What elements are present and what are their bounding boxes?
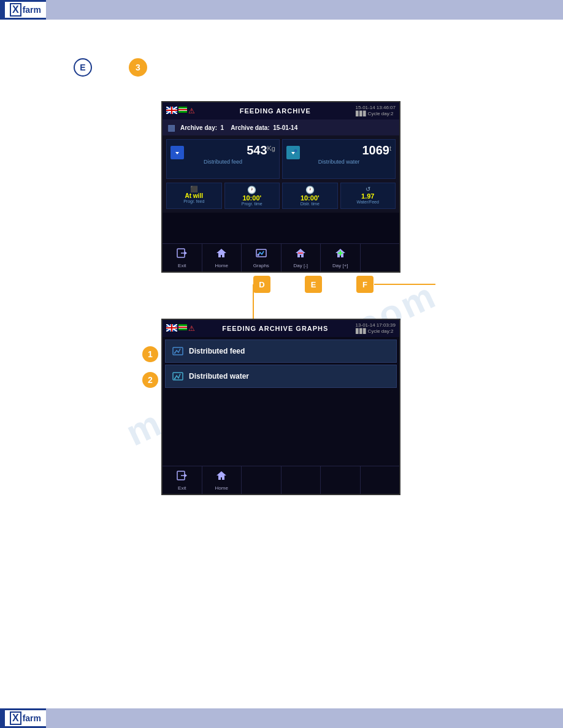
signal-icon: ▊▊▊ [356,111,367,117]
home-icon [215,247,228,262]
screen2-home-button[interactable]: Home [202,466,242,494]
graph-empty-area [163,392,399,466]
f-connector-svg [362,276,484,325]
screen2-datetime: 13-01-14 17:03:39 ▊▊▊ Cycle day:2 [356,322,396,335]
home-button[interactable]: Home [202,244,242,271]
bottom-bar: X farm [0,708,563,728]
screen2-empty-1 [242,466,282,494]
day-plus-button[interactable]: Day [+] [321,244,361,271]
day-plus-label: Day [+] [332,263,348,268]
screen2-home-label: Home [215,485,228,491]
annotation-d: D [253,276,270,293]
graph-item-distributed-water[interactable]: Distributed water [165,365,397,388]
screen2-exit-icon [176,469,188,484]
screen2-title: FEEDING ARCHIVE GRAPHS [195,325,356,332]
svg-rect-6 [166,110,177,111]
svg-point-10 [294,150,297,153]
distributed-water-icon [172,370,184,382]
graphs-button[interactable]: Graphs [242,244,282,271]
clock2-icon: 🕐 [305,186,315,194]
bottom-logo: X farm [5,710,46,726]
feeding-archive-screen: ⚠ FEEDING ARCHIVE 15-01-14 13:46:07 ▊▊▊ … [161,101,400,273]
day-minus-icon [294,247,307,262]
screen2-uk-flag-icon [166,324,177,332]
top-bar-right [46,0,563,20]
screen2-home-icon [215,469,228,484]
water-value: 1069 [362,143,389,157]
svg-rect-9 [178,109,187,110]
flag2-icon [178,107,187,113]
water-feed-label: Water/Feed [357,200,379,204]
svg-rect-22 [166,327,177,328]
archive-bar: ▦ Archive day: 1 Archive data: 15-01-14 [163,119,399,135]
progr-time-label: Progr. time [242,202,262,206]
screen1-header: ⚠ FEEDING ARCHIVE 15-01-14 13:46:07 ▊▊▊ … [163,102,399,119]
svg-point-27 [174,352,175,354]
progr-feed-icon: ⬛ [190,186,197,192]
progr-feed-label: Progr. feed [183,199,204,203]
marker-e-top: E [74,58,92,77]
progr-feed-card: ⬛ At will Progr. feed [166,183,222,209]
graph-item-distributed-feed[interactable]: Distributed feed [165,339,397,363]
water-feed-value: 1.97 [361,192,374,200]
bottom-logo-farm: farm [23,713,41,723]
feeding-archive-graphs-screen: ⚠ FEEDING ARCHIVE GRAPHS 13-01-14 17:03:… [161,319,400,495]
graphs-label: Graphs [253,263,269,268]
water-feed-icon: ↺ [366,186,370,192]
distributed-feed-text: Distributed feed [189,347,245,355]
badge-1: 1 [142,346,158,362]
annotation-e-mid: E [305,276,322,293]
feed-unit: Kg [267,145,275,152]
screen2-alarm-icon: ⚠ [188,324,195,333]
svg-rect-25 [178,327,187,328]
screen2-flag2-icon [178,324,187,330]
feed-label: Distributed feed [204,159,242,165]
alarm-icon: ⚠ [188,107,195,115]
water-icon [286,146,300,159]
exit-button[interactable]: Exit [163,244,202,271]
exit-icon [176,247,188,262]
svg-point-13 [258,254,259,256]
screen2-exit-label: Exit [178,485,186,491]
home-label: Home [215,263,228,268]
graph-list: Distributed feed Distributed water [163,337,399,392]
svg-point-29 [174,378,175,379]
graphs-icon [255,247,267,262]
screen1-mid [163,213,399,243]
distributed-feed-icon [172,345,184,357]
annotation-f: F [356,276,373,293]
badge-2: 2 [142,372,158,388]
top-bar: X farm [0,0,563,20]
screen2-signal-icon: ▊▊▊ [356,328,367,335]
feed-icon [170,146,184,159]
distr-time-card: 🕐 10:00' Distr. time [282,183,338,209]
marker-3: 3 [129,58,147,77]
screen2-empty-3 [321,466,361,494]
water-unit: t [389,145,391,152]
water-download-icon [289,148,297,157]
day-plus-icon [334,247,347,262]
data-cards-row: 543Kg Distributed feed 1069t Distributed… [163,135,399,183]
screen2-empty-4 [361,466,400,494]
empty-nav-btn [361,244,400,271]
bottom-logo-x: X [10,711,21,725]
info-row: ⬛ At will Progr. feed 🕐 10:00' Progr. ti… [163,183,399,213]
marker-area: E 3 [74,58,147,77]
clock-icon: 🕐 [247,186,256,194]
water-label: Distributed water [318,159,360,165]
distr-time-value: 10:00' [301,194,320,202]
calendar-icon: ▦ [167,123,175,132]
screen2-exit-button[interactable]: Exit [163,466,202,494]
progr-time-value: 10:00' [242,194,261,202]
feed-download-icon [173,148,182,157]
feed-card: 543Kg Distributed feed [166,139,280,179]
distributed-water-text: Distributed water [189,372,249,381]
annotations-def: D E F [253,276,373,293]
screen1-datetime: 15-01-14 13:46:07 ▊▊▊ Cycle day:2 [356,105,396,118]
screen2-flags: ⚠ [166,324,195,333]
feed-value: 543 [247,143,267,157]
day-minus-button[interactable]: Day [-] [282,244,321,271]
screen2-empty-2 [282,466,321,494]
uk-flag-icon [166,107,177,114]
screen2-nav: Exit Home [163,466,399,494]
